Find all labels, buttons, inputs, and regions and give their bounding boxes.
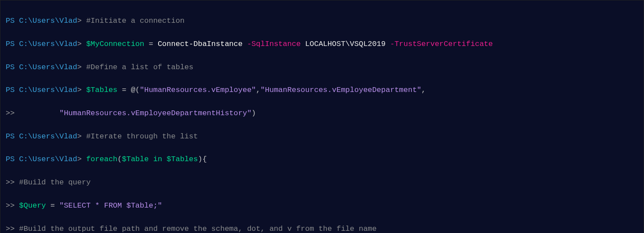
prompt-ps: PS xyxy=(6,17,19,25)
line-6: PS C:\Users\Vlad> #Iterate through the l… xyxy=(6,131,638,142)
line-3: PS C:\Users\Vlad> #Define a list of tabl… xyxy=(6,62,638,73)
variable: $MyConnection xyxy=(86,40,145,48)
parameter: -SqlInstance xyxy=(243,40,301,48)
line-9: >> $Query = "SELECT * FROM $Table;" xyxy=(6,200,638,212)
string: "HumanResources.vEmployee" xyxy=(140,86,256,94)
line-4: PS C:\Users\Vlad> $Tables = @("HumanReso… xyxy=(6,85,638,96)
line-2: PS C:\Users\Vlad> $MyConnection = Connec… xyxy=(6,39,638,50)
argument: LOCALHOST\VSQL2019 xyxy=(301,40,386,48)
cmdlet: Connect-DbaInstance xyxy=(158,40,243,48)
comment: #Initiate a connection xyxy=(86,17,184,25)
prompt-path: C:\Users\Vlad xyxy=(19,17,78,25)
keyword: foreach xyxy=(86,155,117,163)
line-8: >> #Build the query xyxy=(6,177,638,188)
line-7: PS C:\Users\Vlad> foreach($Table in $Tab… xyxy=(6,154,638,165)
parameter: -TrustServerCertificate xyxy=(386,40,493,48)
line-1: PS C:\Users\Vlad> #Initiate a connection xyxy=(6,15,638,27)
prompt-gt: > xyxy=(77,17,86,25)
line-5: >> "HumanResources.vEmployeeDepartmentHi… xyxy=(6,108,638,119)
line-10: >> #Build the output file path and remov… xyxy=(6,223,638,233)
powershell-terminal[interactable]: PS C:\Users\Vlad> #Initiate a connection… xyxy=(0,0,644,233)
continuation-prompt: >> xyxy=(6,109,19,117)
